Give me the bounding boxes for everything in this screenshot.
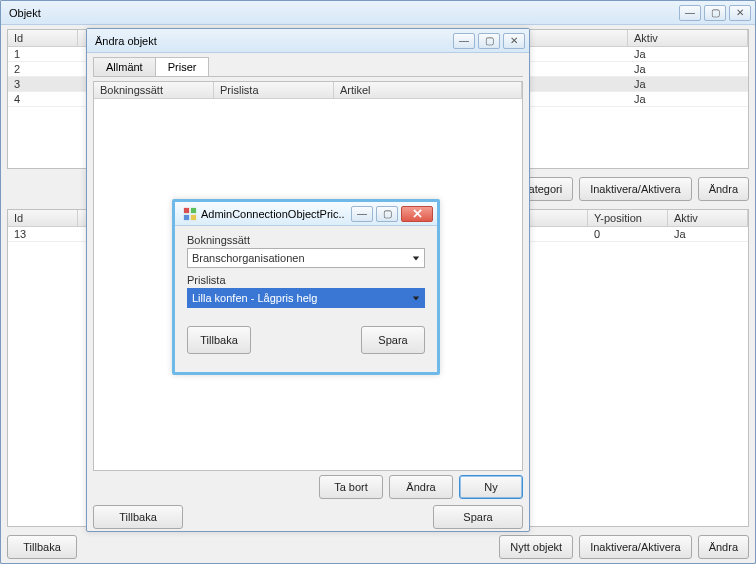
top-grid-col-id[interactable]: Id bbox=[8, 30, 78, 46]
bokningssatt-combo[interactable] bbox=[187, 248, 425, 268]
edit-close-button[interactable]: ✕ bbox=[503, 33, 525, 49]
new-object-button[interactable]: Nytt objekt bbox=[499, 535, 573, 559]
delete-price-button[interactable]: Ta bort bbox=[319, 475, 383, 499]
edit-minimize-button[interactable]: — bbox=[453, 33, 475, 49]
main-minimize-button[interactable]: — bbox=[679, 5, 701, 21]
edit-dialog-titlebar[interactable]: Ändra objekt — ▢ ✕ bbox=[87, 29, 529, 53]
edit-save-button[interactable]: Spara bbox=[433, 505, 523, 529]
price-col-artikel[interactable]: Artikel bbox=[334, 82, 522, 98]
svg-rect-2 bbox=[184, 214, 189, 219]
admin-dialog-content: Bokningssätt Prislista Tillbaka Spara bbox=[175, 226, 437, 372]
price-col-bokningssatt[interactable]: Bokningssätt bbox=[94, 82, 214, 98]
bokningssatt-input[interactable] bbox=[187, 248, 425, 268]
edit-button-2[interactable]: Ändra bbox=[698, 535, 749, 559]
admin-dialog: AdminConnectionObjectPric.. — ▢ Boknings… bbox=[172, 199, 440, 375]
toggle-active-button[interactable]: Inaktivera/Aktivera bbox=[579, 177, 691, 201]
price-col-prislista[interactable]: Prislista bbox=[214, 82, 334, 98]
admin-maximize-button[interactable]: ▢ bbox=[376, 206, 398, 222]
tabstrip: Allmänt Priser bbox=[93, 57, 523, 77]
admin-close-button[interactable] bbox=[401, 206, 433, 222]
edit-button[interactable]: Ändra bbox=[698, 177, 749, 201]
lower-grid-col-ypos[interactable]: Y-position bbox=[588, 210, 668, 226]
main-bottom-bar: Tillbaka Nytt objekt Inaktivera/Aktivera… bbox=[7, 535, 749, 559]
app-icon bbox=[183, 207, 197, 221]
lower-grid-col-id[interactable]: Id bbox=[8, 210, 78, 226]
edit-dialog-title: Ändra objekt bbox=[95, 35, 157, 47]
toggle-active-button-2[interactable]: Inaktivera/Aktivera bbox=[579, 535, 691, 559]
prislista-label: Prislista bbox=[187, 274, 425, 286]
admin-back-button[interactable]: Tillbaka bbox=[187, 326, 251, 354]
admin-dialog-titlebar[interactable]: AdminConnectionObjectPric.. — ▢ bbox=[175, 202, 437, 226]
edit-price-button[interactable]: Ändra bbox=[389, 475, 453, 499]
main-maximize-button[interactable]: ▢ bbox=[704, 5, 726, 21]
bokningssatt-label: Bokningssätt bbox=[187, 234, 425, 246]
edit-maximize-button[interactable]: ▢ bbox=[478, 33, 500, 49]
tab-priser[interactable]: Priser bbox=[155, 57, 210, 76]
edit-back-button[interactable]: Tillbaka bbox=[93, 505, 183, 529]
new-price-button[interactable]: Ny bbox=[459, 475, 523, 499]
admin-save-button[interactable]: Spara bbox=[361, 326, 425, 354]
prislista-input[interactable] bbox=[187, 288, 425, 308]
main-titlebar: Objekt — ▢ ✕ bbox=[1, 1, 755, 25]
main-close-button[interactable]: ✕ bbox=[729, 5, 751, 21]
main-title: Objekt bbox=[9, 7, 41, 19]
lower-grid-col-aktiv[interactable]: Aktiv bbox=[668, 210, 748, 226]
top-grid-col-aktiv[interactable]: Aktiv bbox=[628, 30, 748, 46]
admin-dialog-title: AdminConnectionObjectPric.. bbox=[201, 208, 345, 220]
admin-minimize-button[interactable]: — bbox=[351, 206, 373, 222]
svg-rect-3 bbox=[191, 214, 196, 219]
prislista-combo[interactable] bbox=[187, 288, 425, 308]
svg-rect-0 bbox=[184, 207, 189, 212]
tab-allmant[interactable]: Allmänt bbox=[93, 57, 156, 76]
svg-rect-1 bbox=[191, 207, 196, 212]
main-back-button[interactable]: Tillbaka bbox=[7, 535, 77, 559]
